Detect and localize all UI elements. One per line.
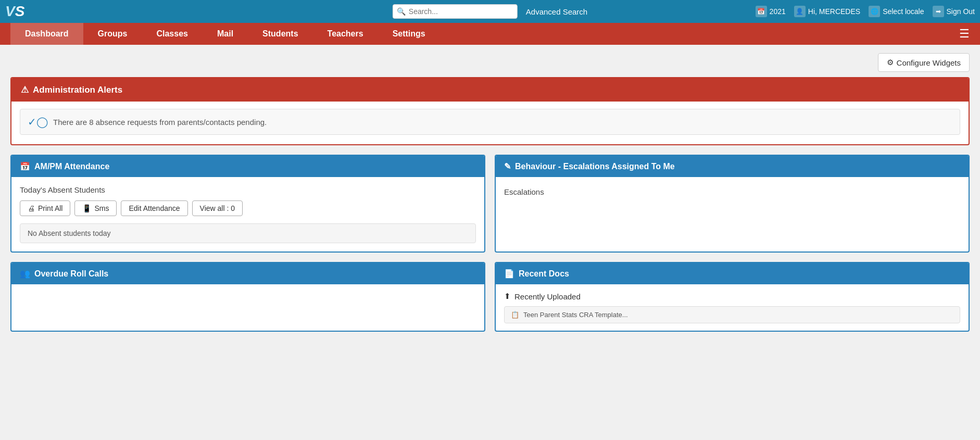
main-content: ⚙ Configure Widgets ⚠ Administration Ale… bbox=[0, 45, 980, 340]
attendance-widget-header: 📅 AM/PM Attendance bbox=[11, 156, 484, 177]
recently-uploaded-label: Recently Uploaded bbox=[514, 292, 581, 301]
print-all-label: Print All bbox=[38, 204, 62, 212]
nav-item-classes[interactable]: Classes bbox=[142, 23, 203, 45]
overdue-widget: 👥 Overdue Roll Calls bbox=[10, 262, 485, 332]
sms-button[interactable]: 📱 Sms bbox=[74, 200, 117, 216]
overdue-widget-body bbox=[11, 284, 484, 301]
alerts-title: Administration Alerts bbox=[33, 85, 122, 95]
print-icon: 🖨 bbox=[28, 204, 35, 212]
edit-attendance-button[interactable]: Edit Attendance bbox=[121, 200, 187, 216]
alerts-icon: ⚠ bbox=[21, 84, 29, 95]
year-label: 2021 bbox=[770, 7, 786, 16]
attendance-label: Today's Absent Students bbox=[20, 185, 476, 194]
calendar-icon-wrap[interactable]: 📅 2021 bbox=[756, 6, 786, 17]
logo: VS bbox=[5, 3, 24, 20]
edit-attendance-label: Edit Attendance bbox=[129, 204, 180, 212]
nav-item-students[interactable]: Students bbox=[248, 23, 312, 45]
behaviour-widget-header: ✎ Behaviour - Escalations Assigned To Me bbox=[496, 156, 969, 177]
alert-text: There are 8 absence requests from parent… bbox=[53, 118, 267, 127]
nav-item-dashboard[interactable]: Dashboard bbox=[10, 23, 83, 45]
select-locale-label: Select locale bbox=[883, 7, 924, 16]
overdue-widget-title: Overdue Roll Calls bbox=[34, 269, 108, 279]
recent-docs-widget: 📄 Recent Docs ⬆ Recently Uploaded 📋 Teen… bbox=[495, 262, 970, 332]
overdue-icon: 👥 bbox=[20, 269, 30, 279]
sms-icon: 📱 bbox=[82, 204, 91, 212]
recently-uploaded-row: ⬆ Recently Uploaded bbox=[504, 292, 960, 301]
nav-item-teachers[interactable]: Teachers bbox=[313, 23, 378, 45]
no-absent-box: No Absent students today bbox=[20, 223, 476, 243]
escalations-label: Escalations bbox=[504, 185, 960, 198]
attendance-widget-body: Today's Absent Students 🖨 Print All 📱 Sm… bbox=[11, 177, 484, 252]
no-absent-text: No Absent students today bbox=[28, 229, 111, 237]
alert-check-icon: ✓◯ bbox=[28, 116, 48, 128]
view-all-button[interactable]: View all : 0 bbox=[192, 200, 243, 216]
nav-item-mail[interactable]: Mail bbox=[203, 23, 248, 45]
attendance-calendar-icon: 📅 bbox=[20, 161, 30, 171]
alert-item: ✓◯ There are 8 absence requests from par… bbox=[20, 109, 960, 135]
search-area: 🔍 Advanced Search bbox=[393, 4, 587, 19]
widget-grid: 📅 AM/PM Attendance Today's Absent Studen… bbox=[10, 155, 970, 332]
hamburger-menu[interactable]: ☰ bbox=[959, 27, 970, 41]
search-input-wrap: 🔍 bbox=[393, 4, 518, 19]
search-icon: 🔍 bbox=[397, 7, 406, 16]
attendance-buttons: 🖨 Print All 📱 Sms Edit Attendance View a… bbox=[20, 200, 476, 216]
recent-docs-title: Recent Docs bbox=[519, 269, 569, 279]
recent-docs-header: 📄 Recent Docs bbox=[496, 263, 969, 284]
behaviour-widget: ✎ Behaviour - Escalations Assigned To Me… bbox=[495, 155, 970, 253]
configure-widgets-wrap: ⚙ Configure Widgets bbox=[10, 53, 970, 72]
configure-widgets-label: Configure Widgets bbox=[897, 58, 961, 67]
select-locale-wrap[interactable]: 🌐 Select locale bbox=[869, 6, 924, 17]
user-greeting-wrap[interactable]: 👤 Hi, MERCEDES bbox=[794, 6, 860, 17]
sign-out-icon: ➡ bbox=[933, 6, 944, 17]
advanced-search-link[interactable]: Advanced Search bbox=[526, 7, 587, 16]
alerts-section: ⚠ Administration Alerts ✓◯ There are 8 a… bbox=[10, 77, 970, 145]
top-right: 📅 2021 👤 Hi, MERCEDES 🌐 Select locale ➡ … bbox=[756, 6, 975, 17]
alerts-body: ✓◯ There are 8 absence requests from par… bbox=[11, 102, 969, 144]
recent-docs-body: ⬆ Recently Uploaded 📋 Teen Parent Stats … bbox=[496, 284, 969, 331]
attendance-widget: 📅 AM/PM Attendance Today's Absent Studen… bbox=[10, 155, 485, 253]
user-icon: 👤 bbox=[794, 6, 806, 17]
doc-item[interactable]: 📋 Teen Parent Stats CRA Template... bbox=[504, 306, 960, 323]
print-all-button[interactable]: 🖨 Print All bbox=[20, 200, 70, 216]
user-greeting: Hi, MERCEDES bbox=[808, 7, 860, 16]
nav-item-groups[interactable]: Groups bbox=[83, 23, 142, 45]
behaviour-widget-title: Behaviour - Escalations Assigned To Me bbox=[515, 162, 675, 171]
doc-item-text: Teen Parent Stats CRA Template... bbox=[523, 311, 628, 319]
view-all-label: View all : 0 bbox=[200, 204, 235, 212]
sign-out-wrap[interactable]: ➡ Sign Out bbox=[933, 6, 975, 17]
configure-widgets-button[interactable]: ⚙ Configure Widgets bbox=[878, 53, 970, 72]
sign-out-label: Sign Out bbox=[947, 7, 975, 16]
top-bar: VS 🔍 Advanced Search 📅 2021 👤 Hi, MERCED… bbox=[0, 0, 980, 23]
sms-label: Sms bbox=[94, 204, 109, 212]
overdue-widget-header: 👥 Overdue Roll Calls bbox=[11, 263, 484, 284]
locale-icon: 🌐 bbox=[869, 6, 880, 17]
doc-file-icon: 📋 bbox=[511, 311, 519, 319]
configure-gear-icon: ⚙ bbox=[887, 58, 894, 67]
nav-item-settings[interactable]: Settings bbox=[378, 23, 440, 45]
alerts-header: ⚠ Administration Alerts bbox=[11, 78, 969, 102]
upload-icon: ⬆ bbox=[504, 292, 511, 301]
attendance-widget-title: AM/PM Attendance bbox=[34, 162, 109, 171]
calendar-icon: 📅 bbox=[756, 6, 767, 17]
recent-docs-icon: 📄 bbox=[504, 269, 514, 279]
behaviour-widget-body: Escalations bbox=[496, 177, 969, 207]
search-input[interactable] bbox=[393, 4, 518, 19]
behaviour-edit-icon: ✎ bbox=[504, 161, 511, 171]
nav-bar: Dashboard Groups Classes Mail Students T… bbox=[0, 23, 980, 45]
